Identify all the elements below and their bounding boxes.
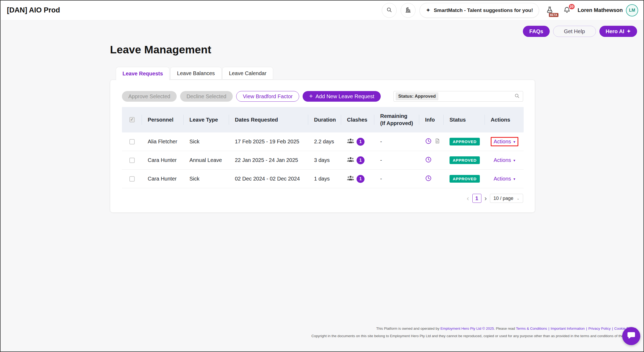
footer-legal-line1: This Platform is owned and operated by E… bbox=[376, 327, 636, 330]
cell-leave-type: Sick bbox=[184, 170, 229, 188]
app-title: [DAN] AIO Prod bbox=[7, 6, 60, 14]
leave-requests-panel: Approve Selected Decline Selected View B… bbox=[110, 80, 535, 213]
chat-widget-button[interactable] bbox=[622, 327, 640, 345]
search-button[interactable] bbox=[382, 3, 397, 18]
clash-count-badge: 1 bbox=[357, 156, 365, 164]
clock-icon[interactable] bbox=[425, 138, 432, 146]
page-title: Leave Management bbox=[110, 44, 211, 56]
info-icons bbox=[425, 138, 440, 146]
col-status: Status bbox=[444, 107, 485, 132]
approve-selected-button[interactable]: Approve Selected bbox=[122, 91, 177, 102]
clash-indicator[interactable]: 1 bbox=[347, 138, 365, 146]
table-header-row: Personnel Leave Type Dates Requested Dur… bbox=[122, 107, 524, 132]
cell-duration: 3 days bbox=[308, 151, 341, 169]
people-icon bbox=[347, 138, 354, 145]
select-caret-icon: ⌄ bbox=[516, 196, 520, 200]
faqs-button[interactable]: FAQs bbox=[523, 26, 549, 37]
info-icons bbox=[425, 175, 432, 183]
tab-leave-requests[interactable]: Leave Requests bbox=[116, 67, 170, 80]
tab-leave-calendar[interactable]: Leave Calendar bbox=[222, 67, 273, 80]
cell-leave-type: Annual Leave bbox=[184, 151, 229, 169]
pagination-next-icon[interactable]: › bbox=[485, 195, 487, 202]
cell-personnel: Alia Fletcher bbox=[142, 132, 184, 151]
footer-link-terms[interactable]: Terms & Conditions bbox=[516, 327, 547, 330]
cell-dates: 22 Jan 2025 - 24 Jan 2025 bbox=[229, 151, 308, 169]
hero-ai-button[interactable]: Hero AI ✦ bbox=[599, 26, 637, 37]
footer-link-privacy-policy[interactable]: Privacy Policy bbox=[588, 327, 611, 330]
get-help-button[interactable]: Get Help bbox=[553, 26, 596, 37]
pagination-page-1[interactable]: 1 bbox=[472, 194, 481, 203]
tab-bar: Leave Requests Leave Balances Leave Cale… bbox=[116, 67, 273, 80]
people-icon bbox=[347, 175, 354, 183]
user-name: Loren Mathewson bbox=[578, 7, 623, 13]
beta-badge: BETA bbox=[549, 13, 558, 17]
building-icon bbox=[405, 7, 411, 14]
cell-personnel: Cara Hunter bbox=[142, 170, 184, 188]
help-bar: FAQs Get Help Hero AI ✦ bbox=[523, 26, 637, 37]
smartmatch-banner-button[interactable]: ✦ SmartMatch - Talent suggestions for yo… bbox=[420, 3, 539, 18]
decline-selected-button[interactable]: Decline Selected bbox=[180, 91, 233, 102]
status-badge: APPROVED bbox=[450, 175, 480, 183]
status-filter-chip[interactable]: Status: Approved bbox=[396, 92, 438, 100]
actions-dropdown[interactable]: Actions ▾ bbox=[491, 137, 518, 146]
beta-features-button[interactable]: BETA bbox=[543, 3, 556, 18]
caret-down-icon: ▾ bbox=[514, 140, 515, 144]
sparkle-icon: ✦ bbox=[426, 7, 430, 13]
add-request-label: Add New Leave Request bbox=[316, 93, 374, 100]
clash-indicator[interactable]: 1 bbox=[347, 156, 365, 164]
clock-icon[interactable] bbox=[425, 175, 432, 183]
clash-count-badge: 1 bbox=[357, 138, 365, 146]
caret-down-icon: ▾ bbox=[514, 158, 515, 162]
view-bradford-factor-button[interactable]: View Bradford Factor bbox=[236, 91, 299, 102]
col-remaining-line2: (If Approved) bbox=[380, 120, 419, 127]
cell-dates: 17 Feb 2025 - 19 Feb 2025 bbox=[229, 132, 308, 151]
cell-duration: 2.2 days bbox=[308, 132, 341, 151]
plus-icon: + bbox=[309, 93, 313, 99]
col-leave-type: Leave Type bbox=[184, 107, 229, 132]
tab-leave-balances[interactable]: Leave Balances bbox=[170, 67, 221, 80]
actions-label: Actions bbox=[494, 176, 511, 182]
row-checkbox[interactable] bbox=[129, 158, 135, 163]
footer-link-company[interactable]: Employment Hero Pty Ltd © 2025 bbox=[440, 327, 494, 330]
actions-dropdown[interactable]: Actions ▾ bbox=[491, 156, 518, 165]
col-remaining-line1: Remaining bbox=[380, 113, 419, 120]
col-personnel: Personnel bbox=[142, 107, 184, 132]
col-clashes: Clashes bbox=[341, 107, 374, 132]
user-menu[interactable]: Loren Mathewson LM bbox=[578, 4, 638, 16]
col-info: Info bbox=[419, 107, 444, 132]
notifications-button[interactable]: 20 bbox=[560, 3, 574, 18]
pagination-prev-icon[interactable]: ‹ bbox=[467, 195, 469, 202]
page-size-select[interactable]: 10 / page ⌄ bbox=[490, 194, 523, 203]
footer-text: . Please read bbox=[494, 327, 516, 330]
pagination: ‹ 1 › 10 / page ⌄ bbox=[467, 194, 523, 203]
select-all-checkbox[interactable] bbox=[129, 117, 135, 122]
notification-count-badge: 20 bbox=[568, 3, 575, 10]
table-row: Alia Fletcher Sick 17 Feb 2025 - 19 Feb … bbox=[122, 132, 524, 151]
footer-text: This Platform is owned and operated by bbox=[376, 327, 440, 330]
page-size-value: 10 / page bbox=[493, 196, 513, 201]
col-duration: Duration bbox=[308, 107, 341, 132]
add-new-leave-request-button[interactable]: + Add New Leave Request bbox=[303, 91, 380, 102]
table-row: Cara Hunter Sick 02 Dec 2024 - 02 Dec 20… bbox=[122, 170, 524, 188]
cell-dates: 02 Dec 2024 - 02 Dec 2024 bbox=[229, 170, 308, 188]
clash-indicator[interactable]: 1 bbox=[347, 175, 365, 183]
toolbar: Approve Selected Decline Selected View B… bbox=[122, 91, 523, 102]
row-checkbox[interactable] bbox=[129, 176, 135, 182]
table-row: Cara Hunter Annual Leave 22 Jan 2025 - 2… bbox=[122, 151, 524, 170]
status-filter-input[interactable]: Status: Approved bbox=[393, 91, 523, 102]
actions-label: Actions bbox=[494, 157, 511, 163]
smartmatch-label: SmartMatch - Talent suggestions for you! bbox=[434, 7, 533, 13]
footer-separator: | bbox=[612, 327, 613, 330]
clash-count-badge: 1 bbox=[357, 175, 365, 183]
note-icon[interactable] bbox=[434, 138, 440, 145]
caret-down-icon: ▾ bbox=[514, 177, 515, 181]
col-remaining: Remaining (If Approved) bbox=[374, 107, 419, 132]
row-checkbox[interactable] bbox=[129, 139, 135, 144]
topbar: [DAN] AIO Prod ✦ SmartMatch - Talent sug… bbox=[0, 0, 644, 20]
clock-icon[interactable] bbox=[425, 156, 432, 164]
organisation-button[interactable] bbox=[401, 3, 416, 18]
footer-link-important-information[interactable]: Important Information bbox=[551, 327, 585, 330]
actions-dropdown[interactable]: Actions ▾ bbox=[491, 174, 518, 183]
cell-remaining: - bbox=[374, 151, 419, 169]
col-actions: Actions bbox=[485, 107, 524, 132]
